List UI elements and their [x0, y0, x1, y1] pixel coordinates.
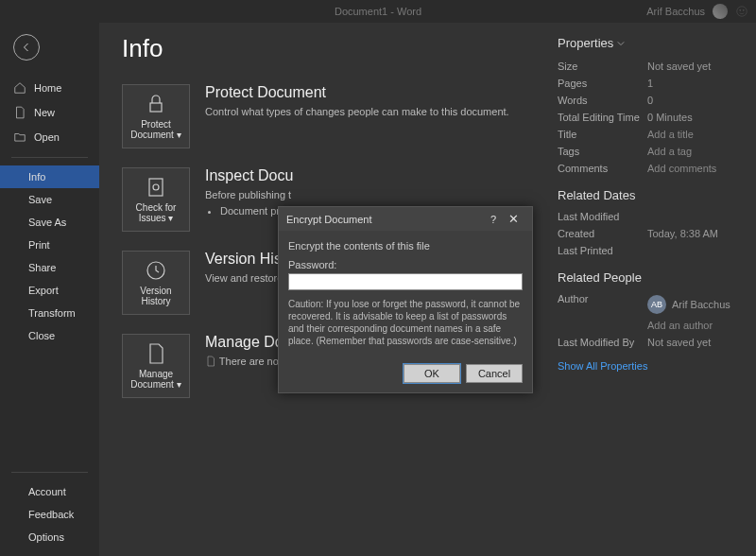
password-label: Password:: [288, 259, 523, 270]
sidebar-item-feedback[interactable]: Feedback: [0, 503, 99, 526]
version-history-button[interactable]: Version History: [122, 251, 190, 315]
page-title: Info: [122, 34, 558, 63]
property-value: Not saved yet: [647, 61, 737, 72]
arrow-left-icon: [21, 42, 32, 53]
date-row: Last Printed: [558, 242, 737, 259]
date-label: Last Printed: [558, 245, 647, 256]
section-protect: Protect Document ▾ Protect Document Cont…: [122, 84, 558, 148]
dialog-title: Encrypt Document: [286, 214, 485, 225]
sidebar-item-label: Export: [28, 285, 59, 296]
author-row[interactable]: AB Arif Bacchus: [647, 293, 737, 316]
check-issues-button[interactable]: Check for Issues ▾: [122, 167, 190, 232]
sidebar-item-info[interactable]: Info: [0, 165, 99, 188]
svg-rect-4: [149, 179, 163, 196]
action-label: Protect Document ▾: [127, 119, 185, 140]
sidebar-item-open[interactable]: Open: [0, 125, 99, 149]
face-icon[interactable]: [735, 5, 748, 18]
ok-button[interactable]: OK: [404, 364, 460, 383]
sidebar-item-label: Account: [28, 486, 66, 497]
dialog-caution: Caution: If you lose or forget the passw…: [288, 298, 523, 347]
sidebar-item-print[interactable]: Print: [0, 234, 99, 256]
date-label: Last Modified: [558, 211, 647, 222]
property-row: TitleAdd a title: [558, 126, 737, 143]
sidebar-item-label: Home: [34, 82, 61, 94]
show-all-properties-link[interactable]: Show All Properties: [558, 360, 647, 372]
sidebar-item-save[interactable]: Save: [0, 188, 99, 211]
sidebar-item-label: Info: [28, 171, 45, 182]
date-row: CreatedToday, 8:38 AM: [558, 225, 737, 242]
password-input[interactable]: [288, 273, 523, 290]
properties-header[interactable]: Properties: [558, 36, 737, 50]
property-label: Size: [558, 61, 647, 72]
property-label: Words: [558, 95, 647, 106]
user-area: Arif Bacchus: [646, 4, 748, 19]
property-value[interactable]: Add a tag: [647, 146, 737, 157]
svg-point-0: [737, 7, 747, 17]
property-row: Total Editing Time0 Minutes: [558, 109, 737, 126]
property-value: 0 Minutes: [647, 112, 737, 123]
date-row: Last Modified: [558, 208, 737, 225]
add-author[interactable]: Add an author: [647, 320, 737, 331]
sidebar-item-share[interactable]: Share: [0, 256, 99, 279]
action-label: Manage Document ▾: [127, 369, 185, 390]
sidebar-item-label: Save As: [28, 217, 66, 228]
date-value: [647, 211, 737, 222]
sidebar-item-transform[interactable]: Transform: [0, 302, 99, 324]
sidebar-item-options[interactable]: Options: [0, 526, 99, 548]
inspect-icon: [145, 176, 167, 199]
sidebar-item-save-as[interactable]: Save As: [0, 211, 99, 234]
dialog-titlebar[interactable]: Encrypt Document ? ✕: [279, 207, 532, 231]
close-icon[interactable]: ✕: [502, 212, 524, 226]
section-desc: Control what types of changes people can…: [205, 105, 558, 119]
sidebar-item-close[interactable]: Close: [0, 324, 99, 347]
author-label: Author: [558, 293, 647, 331]
username: Arif Bacchus: [646, 6, 705, 17]
lock-icon: [145, 93, 167, 115]
property-value: 0: [647, 95, 737, 106]
sidebar-item-export[interactable]: Export: [0, 279, 99, 302]
last-modified-by-label: Last Modified By: [558, 337, 647, 348]
property-row: SizeNot saved yet: [558, 58, 737, 75]
section-title: Inspect Docu: [205, 167, 558, 184]
sidebar-item-label: Transform: [28, 307, 76, 319]
sidebar: Home New Open InfoSaveSave AsPrintShareE…: [0, 23, 99, 556]
sidebar-item-label: Feedback: [28, 509, 74, 520]
section-title: Protect Document: [205, 84, 558, 101]
date-label: Created: [558, 228, 647, 239]
related-dates-header: Related Dates: [558, 188, 737, 202]
user-avatar-icon[interactable]: [713, 4, 728, 19]
divider: [11, 157, 88, 158]
sidebar-item-account[interactable]: Account: [0, 480, 99, 503]
new-icon: [13, 106, 26, 119]
svg-point-2: [743, 9, 744, 10]
property-row: Words0: [558, 92, 737, 109]
property-value[interactable]: Add comments: [647, 163, 737, 174]
sidebar-item-label: Close: [28, 330, 55, 341]
author-name: Arif Bacchus: [672, 299, 730, 310]
action-label: Version History: [127, 286, 185, 306]
open-icon: [13, 130, 26, 144]
divider: [11, 472, 88, 473]
property-row: CommentsAdd comments: [558, 160, 737, 177]
sidebar-item-label: Save: [28, 194, 52, 205]
sidebar-item-label: Options: [28, 531, 64, 543]
related-people-header: Related People: [558, 270, 737, 285]
sidebar-item-label: Open: [34, 131, 60, 143]
sidebar-item-label: Share: [28, 262, 56, 273]
document-icon: [145, 342, 167, 365]
date-value: [647, 245, 737, 256]
sidebar-item-home[interactable]: Home: [0, 76, 99, 100]
help-icon[interactable]: ?: [485, 214, 502, 225]
history-icon: [145, 259, 167, 282]
chevron-down-icon: [617, 40, 625, 47]
back-button[interactable]: [13, 34, 40, 61]
property-value[interactable]: Add a title: [647, 129, 737, 140]
manage-document-button[interactable]: Manage Document ▾: [122, 334, 190, 398]
home-icon: [13, 81, 26, 95]
protect-document-button[interactable]: Protect Document ▾: [122, 84, 190, 148]
sidebar-item-label: Print: [28, 239, 50, 251]
cancel-button[interactable]: Cancel: [466, 364, 523, 383]
encrypt-document-dialog: Encrypt Document ? ✕ Encrypt the content…: [278, 206, 533, 393]
sidebar-item-new[interactable]: New: [0, 100, 99, 125]
document-small-icon: [205, 356, 216, 367]
